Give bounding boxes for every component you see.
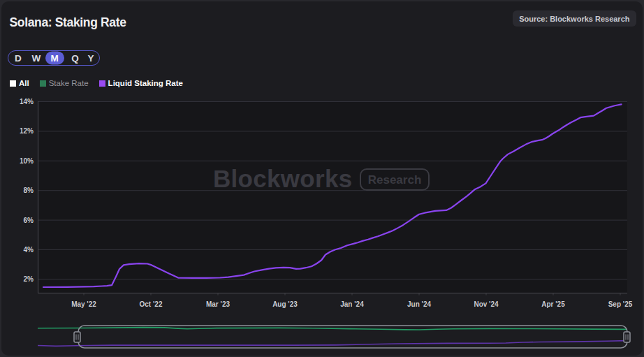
svg-text:10%: 10% [20,157,34,165]
svg-text:6%: 6% [24,217,34,224]
svg-text:Aug '23: Aug '23 [272,300,298,308]
svg-text:Blockworks: Blockworks [213,165,352,192]
svg-text:Sep '25: Sep '25 [608,300,633,308]
svg-text:Mar '23: Mar '23 [206,300,230,308]
svg-text:Jun '24: Jun '24 [407,300,431,308]
svg-text:Oct '22: Oct '22 [140,300,163,308]
svg-text:2%: 2% [24,275,34,283]
svg-text:Jan '24: Jan '24 [340,300,364,308]
svg-text:4%: 4% [24,246,34,254]
svg-text:Research: Research [368,173,422,187]
svg-text:8%: 8% [24,187,34,194]
svg-text:Apr '25: Apr '25 [541,300,565,308]
svg-text:12%: 12% [20,127,34,135]
svg-text:Nov '24: Nov '24 [474,300,499,308]
svg-text:May '22: May '22 [71,300,96,308]
svg-text:14%: 14% [20,98,34,105]
